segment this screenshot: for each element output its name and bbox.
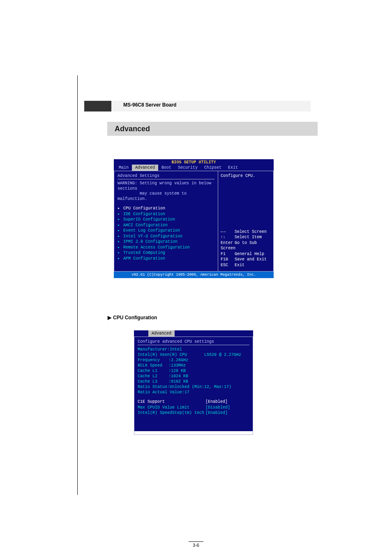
warning-line1: WARNING: Setting wrong values in below s… [118,181,211,191]
k: BCLK Speed [138,363,168,368]
v: :128 KB [168,368,186,374]
divider [118,179,214,179]
menu-label: AHCI Configuration [123,223,168,228]
tab-chipset: Chipset [201,165,225,171]
help-text: Configure CPU. [221,174,271,178]
menu-label: APM Configuration [123,256,165,261]
tab-exit: Exit [225,165,241,171]
nav-key: F10 [221,257,235,262]
opt-label: Intel(R) SpeedStep(tm) tech [138,410,205,416]
nav-key: F1 [221,251,235,257]
menu-label: IDE Configuration [123,212,165,216]
v: :8192 KB [168,379,188,384]
tab-advanced: Advanced [132,165,158,171]
menu-ahci-configuration: ▸ AHCI Configuration [118,223,214,228]
menu-label: Remote Access Configuration [123,245,190,250]
opt-c1e-support: C1E Support[Enabled] [138,399,249,405]
bios-footer: v02.61 (C)Copyright 1985-2006, American … [114,272,274,278]
bios-cpu-screenshot: Advanced Configure advanced CPU settings… [134,330,253,431]
divider [138,345,249,345]
tab-main: Main [115,165,132,171]
frequency-line: Frequency:2.26GHz [138,358,249,363]
page-number: 3-6 [0,541,392,548]
cpu-config-text: CPU Configuration [113,315,157,320]
menu-ipmi-configuration: ▸ IPMI 2.0 Configuration [118,239,214,245]
l2-line: Cache L2:1024 KB [138,374,249,379]
bclk-line: BCLK Speed:133MHz [138,363,249,368]
nav-action: Select Screen [235,230,267,234]
menu-label: Intel VT-d Configuration [123,234,182,239]
k: Cache L2 [138,374,168,379]
menu-superio-configuration: ▸ SuperIO Configuration [118,217,214,223]
menu-label: Trusted Computing [123,251,165,255]
bios-right-pane: Configure CPU. ←→Select Screen ↑↓Select … [218,171,274,272]
page-number-text: 3-6 [193,543,199,548]
menu-apm-configuration: ▸ APM Configuration [118,256,214,262]
opt-label: Max CPUID Value Limit [138,405,205,411]
nav-action: Select Item [235,235,262,239]
l3-line: Cache L3:8192 KB [138,379,249,384]
menu-intel-vtd-configuration: ▸ Intel VT-d Configuration [118,234,214,239]
page: MS-96C8 Server Board Advanced BIOS SETUP… [0,0,392,555]
menu-cpu-configuration: ▸ CPU Configuration [118,206,214,211]
cpu-model: L5520 @ 2.27GHz [204,353,241,357]
ratio-status: Ratio Status:Unlocked (Min:12, Max:17) [138,384,249,390]
board-name: MS-96C8 Server Board [123,102,176,108]
section-title: Advanced [115,125,150,133]
sub-bios-tabs: Advanced [134,330,253,337]
opt-value: [Enabled] [205,410,228,416]
cpu-config-label: ▶CPU Configuration [108,315,157,320]
k: Cache L1 [138,368,168,374]
triangle-icon: ▶ [108,315,111,320]
menu-label: IPMI 2.0 Configuration [123,239,178,244]
nav-help: ←→Select Screen ↑↓Select Item EnterGo to… [221,229,272,268]
menu-remote-access-configuration: ▸ Remote Access Configuration [118,245,214,251]
bios-left-pane: Advanced Settings WARNING: Setting wrong… [114,171,218,272]
nav-key: ↑↓ [221,235,235,240]
opt-max-cpuid: Max CPUID Value Limit[Disabled] [138,405,249,411]
opt-value: [Enabled] [205,399,228,405]
nav-key: ESC [221,262,235,268]
nav-action: Exit [235,263,244,267]
warning-line2: may cause system to malfunction. [118,191,187,201]
sub-tab-advanced: Advanced [148,330,175,337]
left-heading: Advanced Settings [118,174,214,178]
section-title-box: Advanced [107,122,318,136]
nav-key: Enter [221,240,235,246]
k: Frequency [138,358,168,363]
menu-label: Event Log Configuration [123,228,180,233]
bios-title: BIOS SETUP UTILITY [114,159,274,165]
tab-security: Security [175,165,201,171]
cpu-name-line: Intel(R) Xeon(R) CPU L5520 @ 2.27GHz [138,352,249,358]
cpu-name: Intel(R) Xeon(R) CPU [138,353,187,357]
nav-action: Save and Exit [235,257,267,262]
opt-label: C1E Support [138,399,205,405]
warning-text: WARNING: Setting wrong values in below s… [118,181,214,202]
l1-line: Cache L1:128 KB [138,368,249,374]
opt-speedstep: Intel(R) SpeedStep(tm) tech[Enabled] [138,410,249,416]
tab-boot: Boot [158,165,175,171]
menu-event-log-configuration: ▸ Event Log Configuration [118,228,214,234]
v: :1024 KB [168,374,188,379]
bios-tabs: Main Advanced Boot Security Chipset Exit [114,165,274,171]
nav-key: ←→ [221,229,235,235]
menu-ide-configuration: ▸ IDE Configuration [118,211,214,217]
k: Cache L3 [138,379,168,384]
page-number-rule [189,541,203,542]
nav-action: General Help [235,252,264,256]
v: :133MHz [168,363,186,368]
opt-value: [Disabled] [205,405,230,411]
menu-trusted-computing: ▸ Trusted Computing [118,250,214,256]
ratio-actual: Ratio Actual Value:17 [138,390,249,395]
bios-main-screenshot: BIOS SETUP UTILITY Main Advanced Boot Se… [114,159,274,277]
bios-body: Advanced Settings WARNING: Setting wrong… [114,171,274,272]
sub-heading: Configure advanced CPU settings [138,339,249,344]
manufacturer: Manufacturer:Intel [138,347,249,352]
v: :2.26GHz [168,358,188,363]
header-band [84,101,311,111]
sub-bios-body: Configure advanced CPU settings Manufact… [134,337,253,435]
menu-label: CPU Configuration [123,206,165,211]
side-rule [77,75,78,495]
menu-label: SuperIO Configuration [123,217,175,222]
